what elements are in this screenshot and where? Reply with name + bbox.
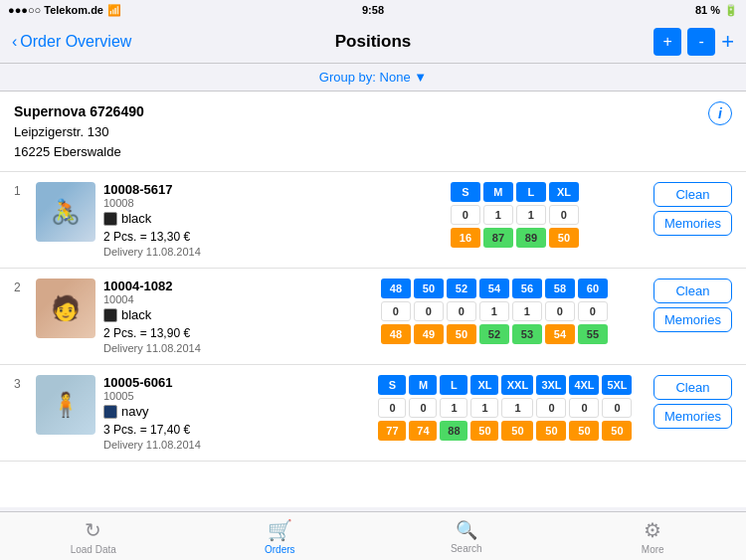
size-s-58: 54 xyxy=(545,324,575,344)
size-header-l-1: L xyxy=(516,182,546,202)
size-s-56: 53 xyxy=(512,324,542,344)
company-address1: Leipzigerstr. 130 xyxy=(14,122,144,142)
item-delivery-3: Delivery 11.08.2014 xyxy=(103,439,364,451)
color-label-2: black xyxy=(121,307,151,322)
size-qty-s-1[interactable]: 0 xyxy=(451,205,480,225)
size-q3-4xl[interactable]: 0 xyxy=(569,398,599,418)
size-q3-3xl[interactable]: 0 xyxy=(536,398,566,418)
size-grid-1[interactable]: S M L XL 0 1 1 0 16 87 89 50 xyxy=(451,182,640,248)
group-label: Group by: None ▼ xyxy=(319,70,427,85)
item-image-2: 🧑 xyxy=(36,279,95,338)
wifi-icon: 📶 xyxy=(107,4,121,17)
status-left: ●●●○○ Telekom.de 📶 xyxy=(8,4,121,17)
size-header-xl-1: XL xyxy=(549,182,579,202)
size-s3-5xl: 50 xyxy=(602,421,632,441)
size-q-48[interactable]: 0 xyxy=(381,301,411,321)
size-h-60: 60 xyxy=(578,279,608,298)
item-number-1: 1 xyxy=(14,184,28,198)
item-color-row-3: navy xyxy=(103,404,364,419)
status-right: 81 % 🔋 xyxy=(695,4,738,17)
size-q-52[interactable]: 0 xyxy=(447,301,476,321)
size-q3-m[interactable]: 0 xyxy=(409,398,437,418)
item-details-1: 10008-5617 10008 black 2 Pcs. = 13,30 € … xyxy=(103,182,437,258)
size-q3-xl[interactable]: 1 xyxy=(470,398,498,418)
item-delivery-2: Delivery 11.08.2014 xyxy=(103,342,367,354)
back-button[interactable]: ‹ Order Overview xyxy=(12,33,131,51)
tab-load-data[interactable]: ↻ Load Data xyxy=(0,518,187,555)
item-code-3: 10005-6061 xyxy=(103,375,364,390)
nav-minus-button[interactable]: - xyxy=(687,28,715,56)
item-image-3: 🧍 xyxy=(36,375,95,435)
size-q-58[interactable]: 0 xyxy=(545,301,575,321)
item-details-2: 10004-1082 10004 black 2 Pcs. = 13,90 € … xyxy=(103,279,367,354)
color-swatch-1 xyxy=(103,212,117,226)
size-stock-l-1: 89 xyxy=(516,228,546,248)
clean-button-1[interactable]: Clean xyxy=(653,182,732,207)
size-q-50[interactable]: 0 xyxy=(414,301,444,321)
status-time: 9:58 xyxy=(362,4,384,16)
size-s-54: 52 xyxy=(479,324,509,344)
company-address2: 16225 Eberswalde xyxy=(14,142,144,162)
size-qty-m-1[interactable]: 1 xyxy=(483,205,513,225)
size-stock-xl-1: 50 xyxy=(549,228,579,248)
size-s3-xl: 50 xyxy=(470,421,498,441)
size-s3-m: 74 xyxy=(409,421,437,441)
info-button[interactable]: i xyxy=(708,101,732,125)
color-label-1: black xyxy=(121,211,151,226)
size-h3-5xl: 5XL xyxy=(602,375,632,395)
page-title: Positions xyxy=(335,32,412,52)
size-q3-5xl[interactable]: 0 xyxy=(602,398,632,418)
size-s3-3xl: 50 xyxy=(536,421,566,441)
order-item-1: 1 🚴 10008-5617 10008 black 2 Pcs. = 13,3… xyxy=(0,172,746,269)
size-qty-l-1[interactable]: 1 xyxy=(516,205,546,225)
size-s3-l: 88 xyxy=(440,421,467,441)
color-label-3: navy xyxy=(121,404,148,419)
size-header-m-1: M xyxy=(483,182,513,202)
tab-search[interactable]: 🔍 Search xyxy=(373,519,560,554)
back-label: Order Overview xyxy=(20,33,131,51)
memories-button-1[interactable]: Memories xyxy=(653,211,732,236)
size-s-50: 49 xyxy=(414,324,444,344)
size-q3-l[interactable]: 1 xyxy=(440,398,467,418)
clean-button-3[interactable]: Clean xyxy=(653,375,732,400)
size-h-52: 52 xyxy=(447,279,476,298)
more-label: More xyxy=(642,544,664,555)
size-q-56[interactable]: 1 xyxy=(512,301,542,321)
group-bar[interactable]: Group by: None ▼ xyxy=(0,64,746,92)
size-h-58: 58 xyxy=(545,279,575,298)
size-qty-xl-1[interactable]: 0 xyxy=(549,205,579,225)
size-h-50: 50 xyxy=(414,279,444,298)
action-btns-3: Clean Memories xyxy=(653,375,732,429)
size-q-54[interactable]: 1 xyxy=(479,301,509,321)
nav-plus-button[interactable]: + xyxy=(653,28,681,56)
back-chevron-icon: ‹ xyxy=(12,33,17,51)
color-swatch-3 xyxy=(103,405,117,419)
nav-actions: + - + xyxy=(653,28,734,56)
nav-add-button[interactable]: + xyxy=(721,29,734,55)
load-data-label: Load Data xyxy=(71,544,116,555)
size-stock-s-1: 16 xyxy=(451,228,480,248)
company-header: Supernova 6726490 Leipzigerstr. 130 1622… xyxy=(0,92,746,172)
size-q3-s[interactable]: 0 xyxy=(378,398,406,418)
order-item-2: 2 🧑 10004-1082 10004 black 2 Pcs. = 13,9… xyxy=(0,269,746,365)
size-s-60: 55 xyxy=(578,324,608,344)
size-q-60[interactable]: 0 xyxy=(578,301,608,321)
memories-button-2[interactable]: Memories xyxy=(653,307,732,332)
more-icon: ⚙ xyxy=(644,518,661,542)
tab-orders[interactable]: 🛒 Orders xyxy=(187,518,374,555)
item-number-3: 3 xyxy=(14,377,28,391)
size-h3-s: S xyxy=(378,375,406,395)
memories-button-3[interactable]: Memories xyxy=(653,404,732,429)
clean-button-2[interactable]: Clean xyxy=(653,279,732,303)
item-code-1: 10008-5617 xyxy=(103,182,437,197)
size-grid-3[interactable]: S M L XL XXL 3XL 4XL 5XL 0 0 1 1 1 0 0 0… xyxy=(378,375,639,441)
tab-more[interactable]: ⚙ More xyxy=(560,518,747,555)
size-h3-m: M xyxy=(409,375,437,395)
item-price-1: 2 Pcs. = 13,30 € xyxy=(103,230,437,244)
size-s3-s: 77 xyxy=(378,421,406,441)
size-q3-xxl[interactable]: 1 xyxy=(501,398,533,418)
size-s3-4xl: 50 xyxy=(569,421,599,441)
size-grid-2[interactable]: 48 50 52 54 56 58 60 0 0 0 1 1 0 0 48 49… xyxy=(381,279,640,344)
color-swatch-2 xyxy=(103,308,117,322)
status-bar: ●●●○○ Telekom.de 📶 9:58 81 % 🔋 xyxy=(0,0,746,20)
